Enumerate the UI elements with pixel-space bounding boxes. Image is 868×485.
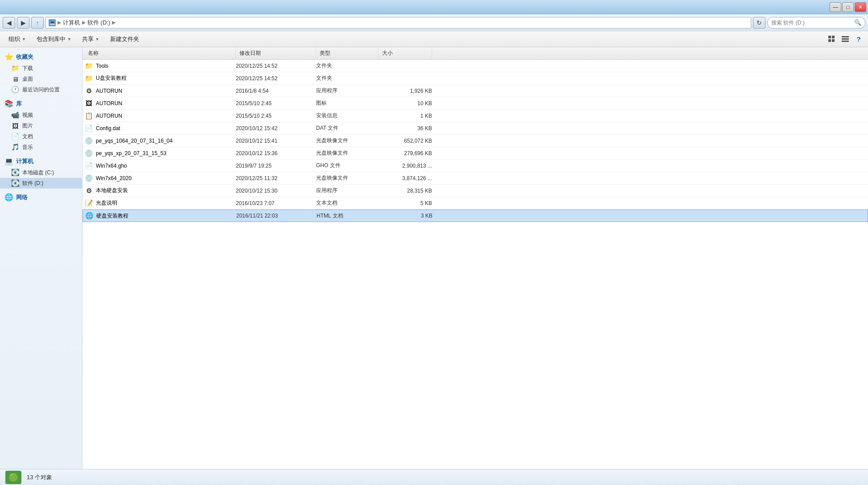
file-date-cell: 2020/12/25 14:52 [236, 63, 316, 69]
file-icon: 💿 [84, 149, 93, 157]
table-row[interactable]: ⚙ 本地硬盘安装 2020/10/12 15:30 应用程序 28,315 KB [82, 185, 868, 197]
maximize-button[interactable]: □ [842, 2, 854, 12]
sidebar-item-disk-c[interactable]: 💽 本地磁盘 (C:) [0, 167, 82, 178]
file-date-cell: 2020/10/12 15:42 [236, 125, 316, 132]
table-row[interactable]: ⚙ AUTORUN 2016/1/8 4:54 应用程序 1,926 KB [82, 85, 868, 97]
new-folder-label: 新建文件夹 [110, 35, 139, 43]
table-row[interactable]: 📁 Tools 2020/12/25 14:52 文件夹 [82, 60, 868, 72]
sidebar-item-video[interactable]: 📹 视频 [0, 110, 82, 120]
libraries-icon: 📚 [4, 99, 13, 108]
favorites-icon: ⭐ [4, 53, 13, 61]
libraries-label: 库 [16, 100, 22, 108]
column-date-header[interactable]: 修改日期 [236, 47, 316, 59]
file-type-cell: 应用程序 [316, 187, 378, 194]
sidebar-item-disk-d[interactable]: 💽 软件 (D:) [0, 178, 82, 189]
refresh-button[interactable]: ↻ [753, 17, 765, 29]
file-icon: 🌐 [85, 212, 94, 220]
file-size-cell: 1,926 KB [378, 88, 432, 94]
view-list-button[interactable] [839, 33, 851, 45]
file-name-cell: 💿 Win7x64_2020 [84, 174, 236, 182]
breadcrumb-computer[interactable]: 计算机 [63, 19, 80, 27]
music-label: 音乐 [22, 144, 33, 151]
table-row[interactable]: 💿 pe_yqs_xp_20_07_31_15_53 2020/10/12 15… [82, 147, 868, 160]
table-row[interactable]: 💿 pe_yqs_1064_20_07_31_16_04 2020/10/12 … [82, 135, 868, 147]
image-icon: 🖼 [11, 122, 20, 130]
help-button[interactable]: ? [853, 33, 864, 45]
favorites-group[interactable]: ⭐ 收藏夹 [0, 51, 82, 63]
share-caret: ▼ [95, 37, 99, 41]
image-label: 图片 [22, 122, 33, 130]
computer-label: 计算机 [16, 157, 33, 165]
table-row[interactable]: 📁 U盘安装教程 2020/12/25 14:52 文件夹 [82, 72, 868, 85]
file-type-cell: 应用程序 [316, 87, 378, 95]
file-date-cell: 2020/10/12 15:41 [236, 138, 316, 144]
svg-rect-6 [842, 41, 849, 42]
file-type-cell: DAT 文件 [316, 124, 378, 132]
column-size-header[interactable]: 大小 [378, 47, 432, 59]
list-icon [842, 36, 849, 43]
sidebar-item-image[interactable]: 🖼 图片 [0, 120, 82, 131]
file-date-cell: 2015/5/10 2:45 [236, 113, 316, 119]
organize-button[interactable]: 组织 ▼ [4, 33, 31, 45]
share-button[interactable]: 共享 ▼ [77, 33, 104, 45]
breadcrumb[interactable]: 💻 ▶ 计算机 ▶ 软件 (D:) ▶ [45, 17, 751, 29]
file-type-cell: HTML 文档 [317, 212, 379, 220]
table-row[interactable]: 🖼 AUTORUN 2015/5/10 2:45 图标 10 KB [82, 97, 868, 110]
view-icon [828, 36, 835, 43]
status-app-icon: 🟢 [5, 471, 21, 484]
document-icon: 📄 [11, 132, 20, 140]
file-type-cell: 文本文档 [316, 199, 378, 207]
file-name: U盘安装教程 [96, 74, 127, 82]
table-row[interactable]: 📋 AUTORUN 2015/5/10 2:45 安装信息 1 KB [82, 110, 868, 122]
sidebar-item-desktop[interactable]: 🖥 桌面 [0, 74, 82, 84]
table-row[interactable]: 📄 Config.dat 2020/10/12 15:42 DAT 文件 36 … [82, 122, 868, 135]
sidebar-item-download[interactable]: 📁 下载 [0, 63, 82, 74]
libraries-group[interactable]: 📚 库 [0, 98, 82, 110]
organize-caret: ▼ [22, 37, 26, 41]
file-name: AUTORUN [96, 100, 122, 107]
table-row[interactable]: 📄 Win7x64.gho 2019/9/7 19:25 GHO 文件 2,90… [82, 160, 868, 172]
file-name-cell: 📄 Config.dat [84, 124, 236, 132]
view-change-button[interactable] [826, 33, 838, 45]
network-section: 🌐 网络 [0, 191, 82, 203]
svg-rect-0 [828, 36, 831, 38]
column-name-header[interactable]: 名称 [84, 47, 236, 59]
column-type-header[interactable]: 类型 [316, 47, 378, 59]
new-folder-button[interactable]: 新建文件夹 [105, 33, 144, 45]
table-row[interactable]: 📝 光盘说明 2016/10/23 7:07 文本文档 5 KB [82, 197, 868, 210]
favorites-label: 收藏夹 [16, 53, 33, 61]
file-type-cell: 光盘映像文件 [316, 174, 378, 182]
sidebar-item-recent[interactable]: 🕐 最近访问的位置 [0, 84, 82, 95]
table-row[interactable]: 🌐 硬盘安装教程 2016/11/21 22:03 HTML 文档 3 KB [82, 210, 868, 222]
forward-button[interactable]: ▶ [17, 17, 29, 29]
include-library-label: 包含到库中 [37, 35, 66, 43]
include-library-button[interactable]: 包含到库中 ▼ [32, 33, 76, 45]
file-icon: 📋 [84, 112, 93, 120]
search-bar[interactable]: 🔍 [767, 17, 865, 29]
file-name: 本地硬盘安装 [96, 187, 128, 194]
computer-group[interactable]: 💻 计算机 [0, 155, 82, 167]
file-name: AUTORUN [96, 88, 122, 94]
sidebar-item-music[interactable]: 🎵 音乐 [0, 142, 82, 152]
file-name: pe_yqs_1064_20_07_31_16_04 [96, 138, 173, 144]
file-type-cell: 文件夹 [316, 74, 378, 82]
file-list[interactable]: 📁 Tools 2020/12/25 14:52 文件夹 📁 U盘安装教程 20… [82, 60, 868, 469]
close-button[interactable]: ✕ [855, 2, 866, 12]
sidebar-item-document[interactable]: 📄 文档 [0, 131, 82, 142]
network-icon: 🌐 [4, 193, 13, 201]
network-label: 网络 [16, 193, 28, 201]
file-size-cell: 10 KB [378, 100, 432, 107]
include-library-caret: ▼ [67, 37, 71, 41]
up-button[interactable]: ↑ [31, 17, 44, 29]
minimize-button[interactable]: — [830, 2, 841, 12]
breadcrumb-drive[interactable]: 软件 (D:) [87, 19, 110, 27]
network-group[interactable]: 🌐 网络 [0, 191, 82, 203]
search-input[interactable] [771, 20, 852, 26]
file-size-cell: 36 KB [378, 125, 432, 132]
breadcrumb-sep-2: ▶ [82, 20, 86, 25]
table-row[interactable]: 💿 Win7x64_2020 2020/12/25 11:32 光盘映像文件 3… [82, 172, 868, 185]
status-bar: 🟢 13 个对象 [0, 469, 868, 485]
back-button[interactable]: ◀ [3, 17, 15, 29]
file-name-cell: 📝 光盘说明 [84, 199, 236, 207]
file-type-cell: 光盘映像文件 [316, 149, 378, 157]
